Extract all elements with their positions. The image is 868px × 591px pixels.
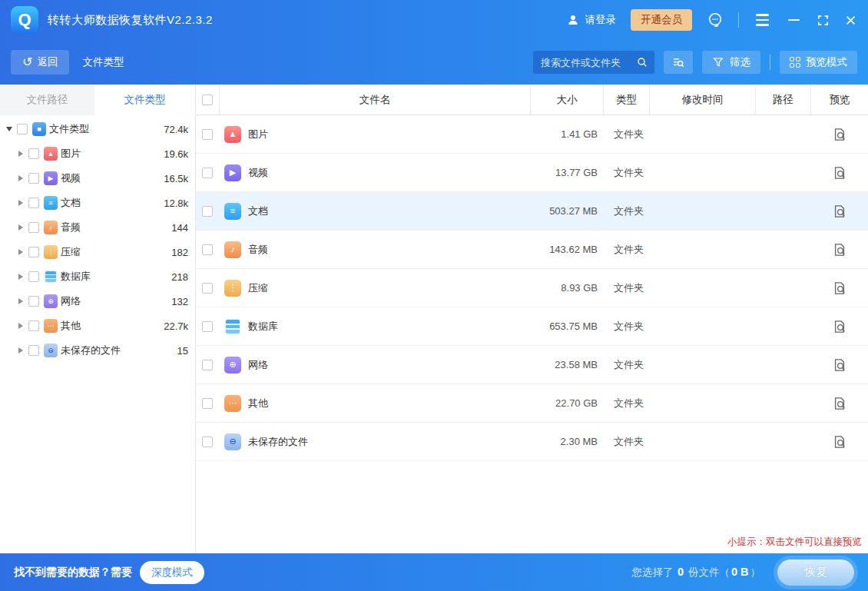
checkbox[interactable] [202,168,213,178]
search-input[interactable] [541,57,636,68]
back-button[interactable]: ↺ 返回 [11,50,69,75]
preview-button[interactable] [832,242,847,257]
network-icon: ⊕ [224,357,241,374]
app-logo-icon: Q [11,6,38,34]
expand-icon[interactable] [15,323,26,329]
table-row-documents[interactable]: ≡ 文档 503.27 MB 文件夹 [196,192,868,231]
checkbox[interactable] [28,198,39,208]
checkbox[interactable] [28,247,39,257]
column-header-path[interactable]: 路径 [755,85,810,115]
menu-button[interactable] [754,12,770,28]
checkbox[interactable] [202,244,213,255]
file-table: 文件名 大小 类型 修改时间 路径 预览 ▲ 图片 1.41 GB 文件夹 [196,85,868,553]
checkbox[interactable] [202,437,213,447]
file-size: 13.77 GB [530,167,603,178]
titlebar: Q 转转大师数据恢复软件V2.2.3.2 请登录 开通会员 [0,0,868,40]
checkbox[interactable] [17,124,28,134]
expand-icon[interactable] [15,298,26,304]
table-row-other[interactable]: ⋯ 其他 22.70 GB 文件夹 [196,384,868,423]
expand-icon[interactable] [15,200,26,206]
file-type: 文件夹 [603,243,649,257]
list-search-button[interactable] [664,51,693,74]
maximize-button[interactable] [817,14,830,27]
checkbox[interactable] [202,398,213,409]
tree-item-root[interactable]: ■ 文件类型 72.4k [0,117,195,141]
archive-icon: ⋮ [224,280,241,297]
minimize-button[interactable] [785,12,802,28]
checkbox[interactable] [202,129,213,140]
checkbox[interactable] [202,360,213,370]
table-row-network[interactable]: ⊕ 网络 23.58 MB 文件夹 [196,346,868,384]
table-row-audio[interactable]: ♪ 音频 143.62 MB 文件夹 [196,231,868,269]
column-header-modified[interactable]: 修改时间 [649,85,755,115]
table-row-archives[interactable]: ⋮ 压缩 8.93 GB 文件夹 [196,269,868,307]
table-row-videos[interactable]: ▶ 视频 13.77 GB 文件夹 [196,154,868,192]
expand-icon[interactable] [15,151,26,157]
preview-button[interactable] [832,165,847,181]
filter-button[interactable]: 筛选 [702,51,760,74]
expand-icon[interactable] [15,175,26,181]
preview-mode-button[interactable]: 预览模式 [780,51,857,74]
file-type: 文件夹 [603,358,649,372]
checkbox[interactable] [202,321,213,332]
tree-item-documents[interactable]: ≡ 文档 12.8k [0,191,195,215]
preview-button[interactable] [832,127,847,142]
tree-count: 16.5k [164,173,188,184]
open-vip-button[interactable]: 开通会员 [631,9,692,31]
tree-item-archives[interactable]: ⋮ 压缩 182 [0,240,195,264]
expand-icon[interactable] [15,249,26,255]
table-row-database[interactable]: 数据库 653.75 MB 文件夹 [196,307,868,346]
checkbox[interactable] [202,206,213,217]
recover-button[interactable]: 恢复 [777,559,854,586]
preview-button[interactable] [832,281,847,296]
column-header-size[interactable]: 大小 [530,85,603,115]
checkbox[interactable] [28,271,39,282]
deep-mode-button[interactable]: 深度模式 [140,561,204,584]
file-name: 视频 [248,166,268,180]
preview-button[interactable] [832,357,847,373]
checkbox[interactable] [28,296,39,307]
checkbox[interactable] [28,148,39,159]
filter-label: 筛选 [730,55,750,69]
column-header-type[interactable]: 类型 [603,85,649,115]
tree-label: 音频 [61,221,81,234]
search-icon[interactable] [636,56,648,68]
expand-icon[interactable] [15,274,26,280]
tab-file-path[interactable]: 文件路径 [0,85,94,115]
tree-item-audio[interactable]: ♪ 音频 144 [0,215,195,240]
tree-item-database[interactable]: 数据库 218 [0,264,195,289]
select-all-checkbox[interactable] [202,95,213,105]
checkbox[interactable] [28,222,39,233]
table-row-unsaved[interactable]: ⊖ 未保存的文件 2.30 MB 文件夹 [196,423,868,461]
preview-button[interactable] [832,204,847,219]
login-button[interactable]: 请登录 [566,13,617,27]
tree-item-other[interactable]: ⋯ 其他 22.7k [0,314,195,338]
customer-service-icon[interactable] [707,12,724,28]
preview-button[interactable] [832,434,847,450]
close-button[interactable] [844,14,857,27]
tab-file-type[interactable]: 文件类型 [94,85,195,115]
column-header-name[interactable]: 文件名 [219,85,530,115]
checkbox[interactable] [28,320,39,331]
column-header-preview[interactable]: 预览 [810,85,868,115]
file-name: 未保存的文件 [248,435,308,449]
preview-button[interactable] [832,319,847,334]
tree-count: 182 [171,247,188,258]
checkbox[interactable] [28,345,39,356]
expand-icon[interactable] [15,347,26,354]
tree-item-videos[interactable]: ▶ 视频 16.5k [0,166,195,191]
video-icon: ▶ [224,164,241,181]
tree-item-network[interactable]: ⊕ 网络 132 [0,289,195,314]
preview-button[interactable] [832,396,847,411]
expand-icon[interactable] [15,224,26,231]
tree-item-unsaved[interactable]: ⊖ 未保存的文件 15 [0,338,195,363]
tree-item-images[interactable]: ▲ 图片 19.6k [0,141,195,166]
toolbar-divider [770,55,770,70]
checkbox[interactable] [28,173,39,184]
tree-count: 132 [171,296,188,307]
collapse-icon[interactable] [4,127,15,131]
checkbox[interactable] [202,283,213,294]
table-row-images[interactable]: ▲ 图片 1.41 GB 文件夹 [196,115,868,154]
deep-scan-prompt: 找不到需要的数据？需要 [14,566,132,579]
grid-icon [790,57,800,68]
